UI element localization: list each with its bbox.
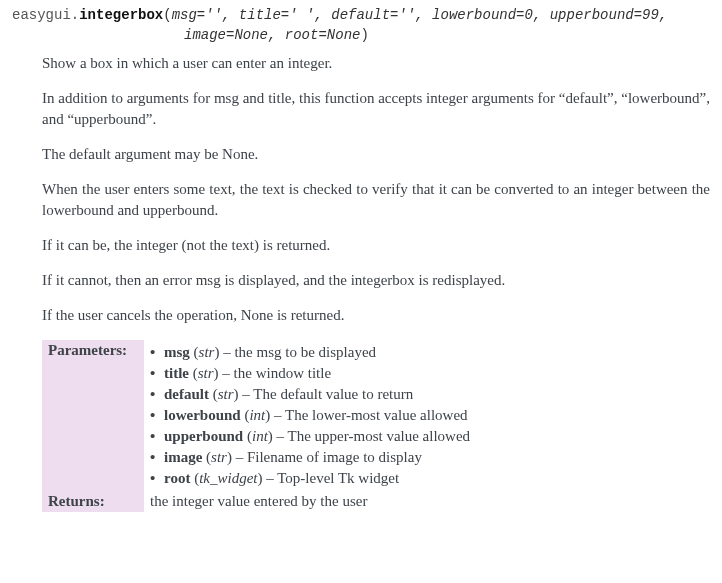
param-type: str	[199, 344, 215, 360]
param-name: default	[164, 386, 209, 402]
param-name: root	[164, 470, 190, 486]
desc-p5: If it can be, the integer (not the text)…	[42, 235, 710, 256]
sig-module: easygui.	[12, 7, 79, 23]
sig-params-line2: image=None, root=None	[184, 27, 360, 43]
desc-p6: If it cannot, then an error msg is displ…	[42, 270, 710, 291]
param-type: tk_widget	[199, 470, 257, 486]
returns-body: the integer value entered by the user	[144, 491, 710, 512]
returns-row: Returns: the integer value entered by th…	[42, 491, 710, 512]
param-item: title (str) – the window title	[150, 363, 704, 384]
sig-close-paren: )	[360, 27, 368, 43]
param-desc: The upper-most value allowed	[288, 428, 471, 444]
param-name: upperbound	[164, 428, 243, 444]
param-desc: The lower-most value allowed	[285, 407, 468, 423]
param-item: lowerbound (int) – The lower-most value …	[150, 405, 704, 426]
parameters-row: Parameters: msg (str) – the msg to be di…	[42, 340, 710, 491]
sig-funcname: integerbox	[79, 7, 163, 23]
desc-p2: In addition to arguments for msg and tit…	[42, 88, 710, 130]
param-type: int	[252, 428, 268, 444]
param-name: lowerbound	[164, 407, 241, 423]
desc-p7: If the user cancels the operation, None …	[42, 305, 710, 326]
param-desc: the msg to be displayed	[234, 344, 376, 360]
param-type: int	[249, 407, 265, 423]
param-item: upperbound (int) – The upper-most value …	[150, 426, 704, 447]
param-item: msg (str) – the msg to be displayed	[150, 342, 704, 363]
returns-label: Returns:	[42, 491, 144, 512]
desc-p1: Show a box in which a user can enter an …	[42, 53, 710, 74]
param-desc: Filename of image to display	[247, 449, 422, 465]
param-type: str	[211, 449, 227, 465]
param-name: title	[164, 365, 189, 381]
param-type: str	[198, 365, 214, 381]
sig-params-line1: msg='', title=' ', default='', lowerboun…	[172, 7, 668, 23]
param-name: msg	[164, 344, 190, 360]
function-signature: easygui.integerbox(msg='', title=' ', de…	[12, 6, 710, 45]
param-type: str	[218, 386, 234, 402]
parameters-body: msg (str) – the msg to be displayedtitle…	[144, 340, 710, 491]
param-item: default (str) – The default value to ret…	[150, 384, 704, 405]
sig-open-paren: (	[163, 7, 171, 23]
param-desc: Top-level Tk widget	[277, 470, 399, 486]
param-name: image	[164, 449, 202, 465]
param-item: image (str) – Filename of image to displ…	[150, 447, 704, 468]
desc-p3: The default argument may be None.	[42, 144, 710, 165]
desc-p4: When the user enters some text, the text…	[42, 179, 710, 221]
field-list-table: Parameters: msg (str) – the msg to be di…	[42, 340, 710, 512]
param-desc: The default value to return	[253, 386, 413, 402]
parameters-label: Parameters:	[42, 340, 144, 491]
param-item: root (tk_widget) – Top-level Tk widget	[150, 468, 704, 489]
description-block: Show a box in which a user can enter an …	[42, 53, 710, 326]
param-desc: the window title	[234, 365, 332, 381]
